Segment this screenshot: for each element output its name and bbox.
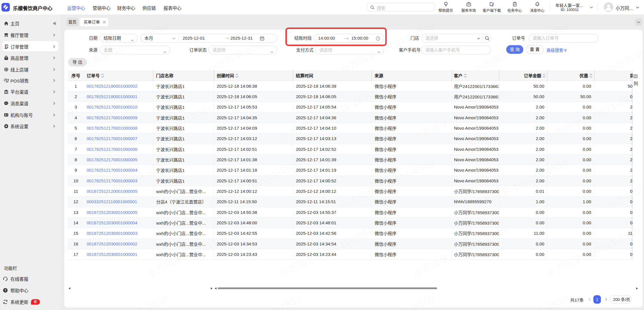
svg-text:?: ? — [4, 289, 6, 292]
